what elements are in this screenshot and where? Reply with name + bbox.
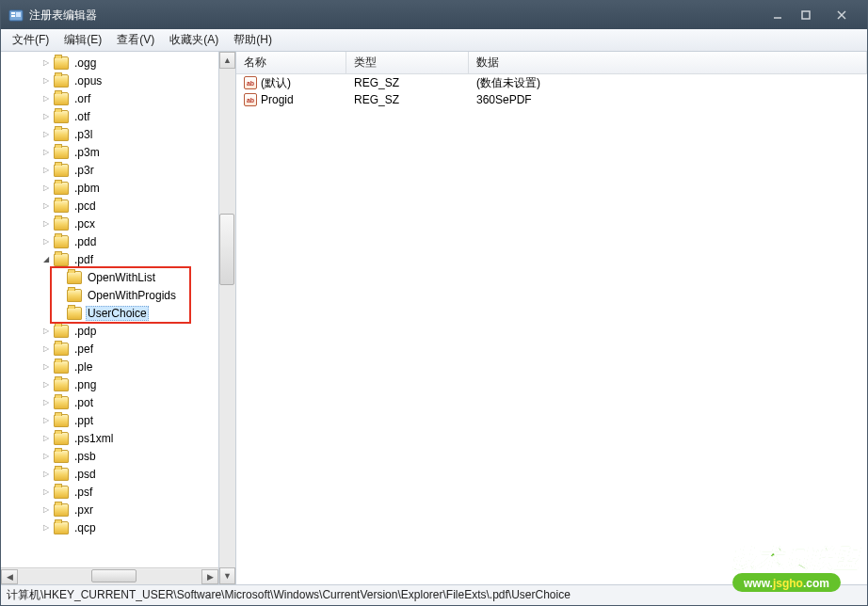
expand-icon[interactable] bbox=[40, 93, 52, 104]
tree-item[interactable]: .pdp bbox=[1, 322, 218, 340]
tree-item[interactable]: .pef bbox=[1, 340, 218, 358]
values-list[interactable]: ab(默认)REG_SZ(数值未设置)abProgidREG_SZ360SePD… bbox=[236, 74, 867, 584]
column-header-data[interactable]: 数据 bbox=[469, 52, 867, 73]
expand-icon[interactable] bbox=[40, 343, 52, 355]
tree-item[interactable]: .ple bbox=[1, 358, 218, 375]
folder-icon bbox=[54, 378, 69, 391]
titlebar[interactable]: 注册表编辑器 bbox=[1, 1, 867, 29]
tree-item[interactable]: .psb bbox=[1, 447, 218, 465]
scroll-track[interactable] bbox=[219, 69, 235, 567]
tree-item[interactable]: .opus bbox=[1, 72, 218, 89]
column-header-name[interactable]: 名称 bbox=[236, 52, 346, 73]
expand-icon[interactable] bbox=[40, 57, 52, 69]
expand-icon[interactable] bbox=[40, 326, 52, 337]
tree-item[interactable]: .p3r bbox=[1, 161, 218, 179]
folder-icon bbox=[54, 56, 69, 70]
value-row[interactable]: ab(默认)REG_SZ(数值未设置) bbox=[236, 74, 867, 91]
tree-item[interactable]: .orf bbox=[1, 89, 218, 107]
menu-edit[interactable]: 编辑(E) bbox=[56, 29, 109, 51]
menu-help[interactable]: 帮助(H) bbox=[226, 29, 280, 51]
tree-item-label: .psd bbox=[72, 467, 98, 482]
expand-icon[interactable] bbox=[40, 200, 52, 212]
scroll-track[interactable] bbox=[18, 569, 201, 584]
expand-icon[interactable] bbox=[40, 379, 52, 391]
tree-horizontal-scrollbar[interactable]: ◀ ▶ bbox=[1, 567, 218, 584]
expand-icon[interactable] bbox=[40, 361, 52, 373]
tree-item-label: .pot bbox=[72, 395, 95, 410]
tree-item[interactable]: OpenWithProgids bbox=[1, 286, 218, 304]
folder-icon bbox=[54, 396, 69, 409]
expand-icon[interactable] bbox=[40, 129, 52, 140]
expand-icon[interactable] bbox=[40, 522, 52, 534]
folder-icon bbox=[67, 307, 82, 320]
expand-icon[interactable] bbox=[40, 75, 52, 87]
folder-icon bbox=[54, 199, 69, 213]
expand-icon[interactable] bbox=[40, 397, 52, 408]
value-row[interactable]: abProgidREG_SZ360SePDF bbox=[236, 91, 867, 108]
tree-item-label: .ps1xml bbox=[72, 431, 115, 446]
expand-icon[interactable] bbox=[40, 504, 52, 516]
tree-item[interactable]: .psf bbox=[1, 483, 218, 501]
tree-item-label: .otf bbox=[72, 109, 92, 124]
tree-item[interactable]: .png bbox=[1, 375, 218, 393]
tree-item[interactable]: .ppt bbox=[1, 411, 218, 429]
expand-icon[interactable] bbox=[40, 147, 52, 158]
tree-item[interactable]: UserChoice bbox=[1, 304, 218, 322]
scroll-thumb[interactable] bbox=[219, 214, 234, 285]
collapse-icon[interactable] bbox=[40, 254, 52, 265]
value-name: (默认) bbox=[261, 75, 291, 91]
folder-icon bbox=[67, 289, 82, 302]
tree-item-label: .pdd bbox=[72, 234, 98, 249]
tree-item[interactable]: .psd bbox=[1, 465, 218, 483]
expand-icon[interactable] bbox=[40, 451, 52, 462]
tree-item[interactable]: .p3m bbox=[1, 143, 218, 161]
scroll-right-button[interactable]: ▶ bbox=[201, 569, 218, 584]
expand-icon[interactable] bbox=[40, 469, 52, 480]
cell-name: ab(默认) bbox=[236, 75, 346, 91]
scroll-left-button[interactable]: ◀ bbox=[1, 569, 18, 584]
body: .ogg.opus.orf.otf.p3l.p3m.p3r.pbm.pcd.pc… bbox=[1, 52, 867, 584]
tree-item[interactable]: .pdf bbox=[1, 250, 218, 268]
tree-item-label: .pdf bbox=[72, 252, 95, 267]
tree-vertical-scrollbar[interactable]: ▲ ▼ bbox=[219, 52, 236, 584]
expand-icon[interactable] bbox=[40, 111, 52, 122]
tree-item[interactable]: .pcd bbox=[1, 197, 218, 215]
tree-item[interactable]: .qcp bbox=[1, 518, 218, 536]
tree-item-label: UserChoice bbox=[86, 306, 149, 321]
registry-tree[interactable]: .ogg.opus.orf.otf.p3l.p3m.p3r.pbm.pcd.pc… bbox=[1, 52, 218, 538]
tree-item[interactable]: .pot bbox=[1, 393, 218, 411]
scroll-thumb[interactable] bbox=[91, 569, 137, 582]
scroll-down-button[interactable]: ▼ bbox=[219, 567, 235, 584]
menu-favorites[interactable]: 收藏夹(A) bbox=[162, 29, 226, 51]
expand-icon[interactable] bbox=[40, 165, 52, 176]
tree-item[interactable]: .ogg bbox=[1, 54, 218, 72]
tree-item[interactable]: .ps1xml bbox=[1, 429, 218, 447]
tree-scroll: .ogg.opus.orf.otf.p3l.p3m.p3r.pbm.pcd.pc… bbox=[1, 52, 218, 567]
tree-item[interactable]: OpenWithList bbox=[1, 268, 218, 286]
minimize-button[interactable] bbox=[764, 6, 792, 24]
expand-icon[interactable] bbox=[40, 218, 52, 230]
cell-type: REG_SZ bbox=[346, 76, 469, 89]
folder-icon bbox=[54, 343, 69, 356]
tree-item[interactable]: .p3l bbox=[1, 125, 218, 143]
tree-item[interactable]: .pdd bbox=[1, 232, 218, 250]
menu-view[interactable]: 查看(V) bbox=[109, 29, 162, 51]
tree-item[interactable]: .pxr bbox=[1, 501, 218, 518]
close-button[interactable] bbox=[820, 6, 863, 24]
expand-icon[interactable] bbox=[40, 236, 52, 247]
menu-file[interactable]: 文件(F) bbox=[5, 29, 56, 51]
tree-item[interactable]: .pcx bbox=[1, 215, 218, 232]
tree-item[interactable]: .otf bbox=[1, 107, 218, 125]
scroll-up-button[interactable]: ▲ bbox=[219, 52, 235, 69]
folder-icon bbox=[54, 360, 69, 374]
maximize-button[interactable] bbox=[792, 6, 820, 24]
tree-item[interactable]: .pbm bbox=[1, 179, 218, 197]
expand-icon[interactable] bbox=[40, 433, 52, 444]
column-header-type[interactable]: 类型 bbox=[346, 52, 469, 73]
expand-icon[interactable] bbox=[40, 183, 52, 194]
svg-rect-5 bbox=[802, 11, 810, 19]
cell-data: (数值未设置) bbox=[469, 75, 867, 91]
expand-icon[interactable] bbox=[40, 415, 52, 426]
expand-icon[interactable] bbox=[40, 486, 52, 498]
string-value-icon: ab bbox=[244, 93, 257, 106]
